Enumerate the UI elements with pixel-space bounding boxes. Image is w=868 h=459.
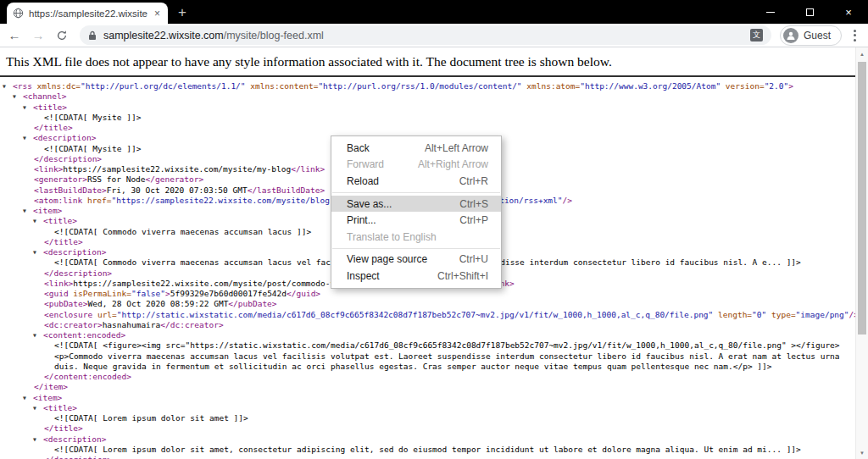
- context-menu-item[interactable]: ForwardAlt+Right Arrow: [331, 157, 501, 174]
- tab-strip: https://samplesite22.wixsite.com × + ×: [0, 0, 868, 24]
- xml-line: </item>: [0, 382, 851, 392]
- xml-line: <guid isPermaLink="false">5f99329e7b60d0…: [0, 289, 851, 299]
- new-tab-button[interactable]: +: [178, 5, 186, 19]
- forward-button[interactable]: →: [29, 26, 47, 45]
- guest-avatar-icon: [783, 28, 798, 43]
- xml-token: </dc:creator>: [160, 320, 223, 329]
- context-menu-item-label: View page source: [347, 253, 427, 265]
- xml-token: </description>: [44, 268, 112, 278]
- vertical-scrollbar[interactable]: ▲ ▼: [855, 47, 868, 459]
- context-menu-item-label: Reload: [347, 175, 379, 187]
- context-menu-item[interactable]: Print...Ctrl+P: [331, 212, 501, 229]
- xml-token: url=: [97, 310, 117, 319]
- xml-line: ▼<item>: [0, 393, 851, 403]
- xml-line: ▼<title>: [0, 403, 851, 413]
- context-menu-item-shortcut: Ctrl+S: [459, 198, 488, 210]
- xml-token: <![CDATA[ Mysite ]]>: [44, 144, 141, 153]
- xml-token: 5f99329e7b60d00017fe542d: [170, 289, 287, 298]
- context-menu-item[interactable]: BackAlt+Left Arrow: [331, 140, 501, 157]
- collapse-arrow-icon[interactable]: ▼: [23, 102, 33, 113]
- context-menu-item-label: Save as...: [347, 198, 392, 210]
- context-menu-item-label: Back: [347, 142, 370, 154]
- collapse-arrow-icon[interactable]: ▼: [33, 330, 43, 340]
- scroll-down-icon[interactable]: ▼: [856, 446, 868, 459]
- context-menu-item-label: Inspect: [347, 270, 380, 282]
- xml-line: ▼<description>: [0, 434, 851, 445]
- xml-token: <link>: [44, 279, 73, 288]
- xml-token: Fri, 30 Oct 2020 07:03:50 GMT: [107, 185, 248, 195]
- xml-token: />: [563, 196, 572, 205]
- context-menu-item[interactable]: View page sourceCtrl+U: [331, 252, 501, 268]
- xml-token: "http://www.w3.org/2005/Atom": [580, 81, 721, 91]
- xml-token: <![CDATA[ <figure><img src="https://stat…: [54, 340, 840, 350]
- xml-token: RSS for Node: [87, 174, 146, 184]
- collapse-arrow-icon[interactable]: ▼: [3, 81, 13, 91]
- browser-menu-button[interactable]: [847, 30, 863, 41]
- xml-token: https://samplesite22.wixsite.com/mysite/…: [63, 164, 291, 174]
- collapse-arrow-icon[interactable]: ▼: [33, 216, 43, 226]
- lock-icon[interactable]: [88, 30, 97, 41]
- collapse-arrow-icon[interactable]: ▼: [33, 247, 43, 257]
- profile-button[interactable]: Guest: [780, 25, 842, 46]
- xml-token: <rss: [13, 81, 37, 91]
- translate-icon[interactable]: 文: [750, 29, 763, 41]
- scroll-up-icon[interactable]: ▲: [856, 47, 868, 60]
- xml-token: <item>: [33, 393, 62, 402]
- xml-line: ▼<content:encoded>: [0, 330, 851, 340]
- context-menu-item[interactable]: Save as...Ctrl+S: [331, 196, 501, 213]
- xml-line: <![CDATA[ Lorem ipsum dolor sit amet ]]>: [0, 413, 851, 423]
- tab-close-icon[interactable]: ×: [153, 8, 162, 19]
- context-menu-item-shortcut: Ctrl+U: [459, 253, 488, 265]
- xml-token: type=: [771, 310, 796, 319]
- xml-token: <![CDATA[ Lorem ipsum dolor sit amet, co…: [54, 445, 801, 454]
- scrollbar-thumb[interactable]: [858, 62, 866, 335]
- xml-token: hasnahumaira: [103, 320, 161, 329]
- xml-line: ▼<rss xmlns:dc="http://purl.org/dc/eleme…: [0, 81, 851, 91]
- context-menu-separator: [332, 192, 500, 193]
- minimize-button[interactable]: [751, 0, 790, 24]
- xml-token: <![CDATA[ Commodo viverra maecenas accum…: [54, 227, 311, 236]
- context-menu-item[interactable]: Translate to English: [331, 229, 501, 246]
- back-button[interactable]: ←: [5, 26, 24, 45]
- xml-token: <content:encoded>: [43, 330, 125, 340]
- xml-token: <title>: [43, 403, 77, 412]
- context-menu-item[interactable]: InspectCtrl+Shift+I: [331, 268, 501, 285]
- context-menu-item-shortcut: Ctrl+P: [459, 214, 488, 226]
- globe-icon: [13, 8, 24, 19]
- browser-toolbar: ← → samplesite22.wixsite.com/mysite/blog…: [0, 24, 868, 47]
- window-controls: ×: [751, 0, 868, 24]
- browser-tab[interactable]: https://samplesite22.wixsite.com ×: [7, 3, 168, 24]
- xml-token: "false": [131, 289, 165, 298]
- context-menu-item[interactable]: ReloadCtrl+R: [331, 173, 501, 190]
- collapse-arrow-icon[interactable]: ▼: [23, 133, 33, 143]
- profile-label: Guest: [804, 30, 831, 41]
- xml-line: ▼<channel>: [0, 91, 851, 102]
- xml-token: </content:encoded>: [44, 372, 131, 381]
- xml-token: xmlns:atom=: [526, 81, 580, 91]
- collapse-arrow-icon[interactable]: ▼: [33, 434, 43, 445]
- xml-token: <enclosure: [44, 310, 97, 319]
- xml-token: <lastBuildDate>: [34, 185, 107, 195]
- xml-token: <dc:creator>: [44, 320, 103, 329]
- restore-button[interactable]: [790, 0, 829, 24]
- xml-line: <![CDATA[ <figure><img src="https://stat…: [0, 340, 851, 351]
- url-text[interactable]: samplesite22.wixsite.com/mysite/blog-fee…: [103, 30, 743, 41]
- xml-line: <![CDATA[ Lorem ipsum dolor sit amet, co…: [0, 445, 851, 455]
- address-bar[interactable]: samplesite22.wixsite.com/mysite/blog-fee…: [80, 25, 771, 45]
- xml-line: </description>: [0, 455, 851, 459]
- xml-token: </title>: [44, 237, 83, 246]
- xml-token: <![CDATA[ Lorem ipsum dolor sit amet ]]>: [54, 413, 248, 423]
- xml-token: </title>: [44, 423, 83, 433]
- xml-token: <link>: [34, 164, 63, 174]
- collapse-arrow-icon[interactable]: ▼: [33, 403, 43, 413]
- collapse-arrow-icon[interactable]: ▼: [23, 206, 33, 216]
- xml-token: </guid>: [287, 289, 320, 298]
- xml-token: <pubDate>: [44, 299, 87, 308]
- collapse-arrow-icon[interactable]: ▼: [13, 91, 23, 102]
- reload-button[interactable]: [53, 26, 71, 45]
- close-window-button[interactable]: ×: [829, 0, 868, 24]
- collapse-arrow-icon[interactable]: ▼: [23, 393, 33, 403]
- xml-token: version=: [726, 81, 765, 91]
- url-domain: samplesite22.wixsite.com: [103, 30, 224, 41]
- xml-token: "http://static.wixstatic.com/media/c617d…: [117, 310, 714, 319]
